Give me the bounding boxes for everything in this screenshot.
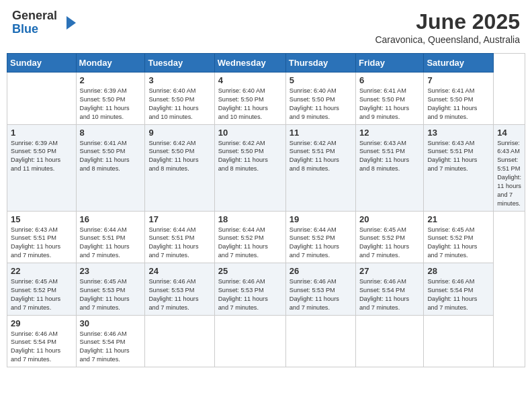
calendar-day-cell: 28Sunrise: 6:46 AMSunset: 5:54 PMDayligh… xyxy=(424,263,494,316)
day-of-week-header: Sunday xyxy=(7,54,77,73)
calendar-day-cell: 14Sunrise: 6:43 AMSunset: 5:51 PMDayligh… xyxy=(494,124,525,211)
calendar-day-cell xyxy=(285,315,355,367)
calendar-day-cell: 2Sunrise: 6:39 AMSunset: 5:50 PMDaylight… xyxy=(76,73,145,125)
day-info: Sunrise: 6:41 AMSunset: 5:50 PMDaylight:… xyxy=(359,87,409,120)
calendar-day-cell: 30Sunrise: 6:46 AMSunset: 5:54 PMDayligh… xyxy=(76,315,145,367)
month-title: June 2025 xyxy=(375,9,520,34)
day-info: Sunrise: 6:43 AMSunset: 5:51 PMDaylight:… xyxy=(427,140,477,173)
day-info: Sunrise: 6:39 AMSunset: 5:50 PMDaylight:… xyxy=(80,87,130,120)
day-info: Sunrise: 6:43 AMSunset: 5:51 PMDaylight:… xyxy=(359,140,409,173)
calendar-day-cell: 19Sunrise: 6:44 AMSunset: 5:52 PMDayligh… xyxy=(285,211,355,263)
day-of-week-header: Saturday xyxy=(424,54,494,73)
day-info: Sunrise: 6:46 AMSunset: 5:54 PMDaylight:… xyxy=(11,330,60,363)
calendar-day-cell: 4Sunrise: 6:40 AMSunset: 5:50 PMDaylight… xyxy=(214,73,285,125)
day-number: 18 xyxy=(218,214,282,224)
day-of-week-header: Monday xyxy=(76,54,145,73)
day-info: Sunrise: 6:40 AMSunset: 5:50 PMDaylight:… xyxy=(290,87,339,120)
day-of-week-header: Friday xyxy=(355,54,423,73)
calendar-table: SundayMondayTuesdayWednesdayThursdayFrid… xyxy=(7,53,525,367)
calendar-day-cell: 3Sunrise: 6:40 AMSunset: 5:50 PMDaylight… xyxy=(145,73,214,125)
day-info: Sunrise: 6:40 AMSunset: 5:50 PMDaylight:… xyxy=(218,87,268,120)
day-info: Sunrise: 6:46 AMSunset: 5:54 PMDaylight:… xyxy=(359,278,409,311)
calendar-week-row: 2Sunrise: 6:39 AMSunset: 5:50 PMDaylight… xyxy=(7,73,525,125)
day-number: 12 xyxy=(359,128,420,138)
day-info: Sunrise: 6:41 AMSunset: 5:50 PMDaylight:… xyxy=(80,140,130,173)
calendar-day-cell: 6Sunrise: 6:41 AMSunset: 5:50 PMDaylight… xyxy=(355,73,423,125)
day-info: Sunrise: 6:40 AMSunset: 5:50 PMDaylight:… xyxy=(148,87,198,120)
day-info: Sunrise: 6:44 AMSunset: 5:52 PMDaylight:… xyxy=(218,226,268,259)
day-number: 1 xyxy=(11,128,73,138)
logo-icon xyxy=(60,13,79,32)
day-info: Sunrise: 6:44 AMSunset: 5:51 PMDaylight:… xyxy=(148,226,198,259)
calendar-week-row: 1Sunrise: 6:39 AMSunset: 5:50 PMDaylight… xyxy=(7,124,525,211)
day-info: Sunrise: 6:45 AMSunset: 5:52 PMDaylight:… xyxy=(427,226,477,259)
calendar-week-row: 29Sunrise: 6:46 AMSunset: 5:54 PMDayligh… xyxy=(7,315,525,367)
calendar-day-cell xyxy=(424,315,494,367)
day-number: 15 xyxy=(11,214,73,224)
day-number: 28 xyxy=(427,266,490,276)
calendar-day-cell: 27Sunrise: 6:46 AMSunset: 5:54 PMDayligh… xyxy=(355,263,423,316)
calendar-header-row: SundayMondayTuesdayWednesdayThursdayFrid… xyxy=(7,54,525,73)
calendar-day-cell: 5Sunrise: 6:40 AMSunset: 5:50 PMDaylight… xyxy=(285,73,355,125)
calendar-day-cell: 15Sunrise: 6:43 AMSunset: 5:51 PMDayligh… xyxy=(7,211,77,263)
day-number: 14 xyxy=(497,128,521,138)
calendar-day-cell: 22Sunrise: 6:45 AMSunset: 5:52 PMDayligh… xyxy=(7,263,77,316)
logo: General Blue xyxy=(12,9,79,36)
calendar-day-cell: 9Sunrise: 6:42 AMSunset: 5:50 PMDaylight… xyxy=(145,124,214,211)
day-number: 11 xyxy=(290,128,352,138)
day-number: 22 xyxy=(11,266,73,276)
calendar-day-cell: 20Sunrise: 6:45 AMSunset: 5:52 PMDayligh… xyxy=(355,211,423,263)
location-title: Caravonica, Queensland, Australia xyxy=(375,34,520,45)
day-info: Sunrise: 6:45 AMSunset: 5:53 PMDaylight:… xyxy=(80,278,130,311)
day-number: 6 xyxy=(359,75,420,85)
calendar-day-cell xyxy=(7,73,77,125)
calendar-day-cell: 11Sunrise: 6:42 AMSunset: 5:51 PMDayligh… xyxy=(285,124,355,211)
day-number: 25 xyxy=(218,266,282,276)
day-info: Sunrise: 6:43 AMSunset: 5:51 PMDaylight:… xyxy=(497,140,521,207)
day-number: 7 xyxy=(427,75,490,85)
day-info: Sunrise: 6:46 AMSunset: 5:54 PMDaylight:… xyxy=(80,330,130,363)
day-of-week-header: Thursday xyxy=(285,54,355,73)
day-number: 26 xyxy=(290,266,352,276)
calendar-day-cell: 24Sunrise: 6:46 AMSunset: 5:53 PMDayligh… xyxy=(145,263,214,316)
calendar-day-cell: 12Sunrise: 6:43 AMSunset: 5:51 PMDayligh… xyxy=(355,124,423,211)
day-info: Sunrise: 6:46 AMSunset: 5:53 PMDaylight:… xyxy=(148,278,198,311)
day-number: 16 xyxy=(80,214,142,224)
calendar-day-cell: 29Sunrise: 6:46 AMSunset: 5:54 PMDayligh… xyxy=(7,315,77,367)
day-info: Sunrise: 6:46 AMSunset: 5:54 PMDaylight:… xyxy=(427,278,477,311)
day-info: Sunrise: 6:45 AMSunset: 5:52 PMDaylight:… xyxy=(11,278,60,311)
day-number: 23 xyxy=(80,266,142,276)
day-info: Sunrise: 6:44 AMSunset: 5:51 PMDaylight:… xyxy=(80,226,130,259)
day-of-week-header: Wednesday xyxy=(214,54,285,73)
day-info: Sunrise: 6:44 AMSunset: 5:52 PMDaylight:… xyxy=(290,226,339,259)
day-number: 30 xyxy=(80,318,142,328)
day-number: 13 xyxy=(427,128,490,138)
day-info: Sunrise: 6:42 AMSunset: 5:50 PMDaylight:… xyxy=(218,140,268,173)
day-number: 5 xyxy=(290,75,352,85)
day-number: 8 xyxy=(80,128,142,138)
day-number: 21 xyxy=(427,214,490,224)
day-info: Sunrise: 6:41 AMSunset: 5:50 PMDaylight:… xyxy=(427,87,477,120)
title-area: June 2025 Caravonica, Queensland, Austra… xyxy=(375,9,520,45)
calendar-day-cell: 18Sunrise: 6:44 AMSunset: 5:52 PMDayligh… xyxy=(214,211,285,263)
calendar-day-cell: 21Sunrise: 6:45 AMSunset: 5:52 PMDayligh… xyxy=(424,211,494,263)
day-number: 27 xyxy=(359,266,420,276)
day-number: 19 xyxy=(290,214,352,224)
day-number: 24 xyxy=(148,266,210,276)
day-number: 4 xyxy=(218,75,282,85)
calendar-day-cell: 1Sunrise: 6:39 AMSunset: 5:50 PMDaylight… xyxy=(7,124,77,211)
day-number: 29 xyxy=(11,318,73,328)
day-info: Sunrise: 6:43 AMSunset: 5:51 PMDaylight:… xyxy=(11,226,60,259)
header: General Blue June 2025 Caravonica, Queen… xyxy=(7,7,525,48)
day-info: Sunrise: 6:45 AMSunset: 5:52 PMDaylight:… xyxy=(359,226,409,259)
calendar-day-cell xyxy=(214,315,285,367)
day-info: Sunrise: 6:42 AMSunset: 5:51 PMDaylight:… xyxy=(290,140,339,173)
calendar-day-cell: 7Sunrise: 6:41 AMSunset: 5:50 PMDaylight… xyxy=(424,73,494,125)
day-number: 20 xyxy=(359,214,420,224)
calendar-day-cell xyxy=(145,315,214,367)
calendar-day-cell: 8Sunrise: 6:41 AMSunset: 5:50 PMDaylight… xyxy=(76,124,145,211)
calendar-day-cell xyxy=(355,315,423,367)
day-info: Sunrise: 6:46 AMSunset: 5:53 PMDaylight:… xyxy=(218,278,268,311)
day-number: 3 xyxy=(148,75,210,85)
day-info: Sunrise: 6:42 AMSunset: 5:50 PMDaylight:… xyxy=(148,140,198,173)
